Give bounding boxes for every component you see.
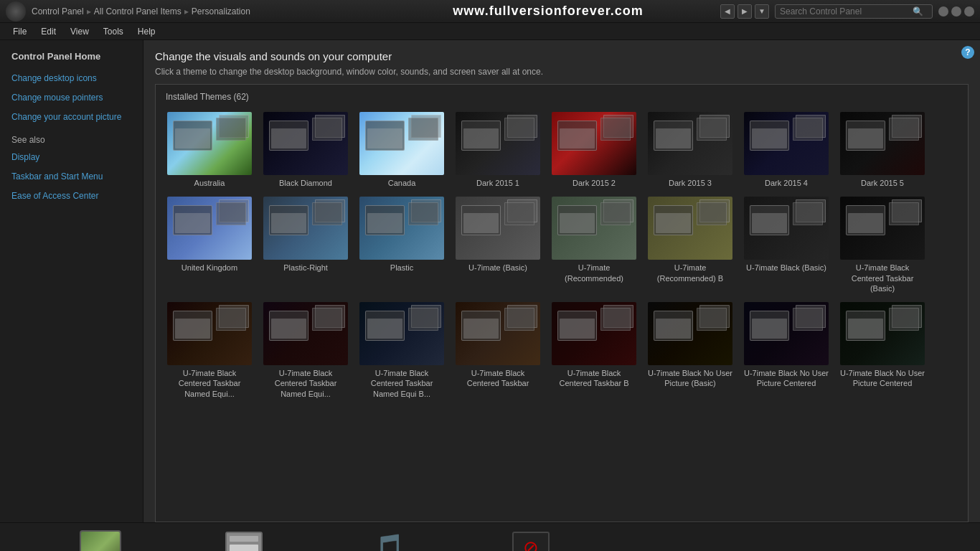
- nav-back-button[interactable]: ◀: [720, 4, 735, 19]
- app-logo: [6, 1, 26, 22]
- theme-name-label: United Kingdom: [166, 263, 253, 273]
- theme-name-label: U-7imate (Recommended) B: [646, 263, 734, 283]
- theme-name-label: Dark 2015 3: [646, 178, 734, 188]
- site-watermark: www.fullversionforever.com: [376, 4, 720, 19]
- theme-item[interactable]: Plastic-Right: [259, 194, 352, 296]
- theme-name-label: Australia: [166, 178, 253, 188]
- theme-name-label: U-7imate Black Centered Taskbar B: [550, 368, 638, 389]
- bottom-item-sounds[interactable]: 🎵SoundsWindows Default: [316, 527, 459, 552]
- sidebar-link-desktop-icons[interactable]: Change desktop icons: [0, 69, 143, 88]
- theme-name-label: Plastic: [358, 263, 446, 273]
- page-subtitle: Click a theme to change the desktop back…: [155, 67, 969, 77]
- theme-item[interactable]: U-7imate Black Centered Taskbar (Basic): [836, 194, 929, 296]
- nav-fwd-button[interactable]: ▶: [738, 4, 752, 19]
- themes-container[interactable]: Installed Themes (62) AustraliaBlack Dia…: [155, 84, 969, 522]
- menu-tools[interactable]: Tools: [96, 23, 131, 40]
- theme-item[interactable]: Dark 2015 1: [451, 109, 545, 191]
- menu-help[interactable]: Help: [131, 23, 163, 40]
- theme-item[interactable]: Dark 2015 5: [836, 109, 929, 191]
- theme-item[interactable]: U-7imate Black Centered Taskbar Named Eq…: [163, 299, 256, 402]
- theme-name-label: U-7imate (Basic): [454, 263, 542, 273]
- menu-view[interactable]: View: [63, 23, 96, 40]
- theme-name-label: Dark 2015 2: [550, 178, 638, 188]
- menu-bar: File Edit View Tools Help: [0, 23, 980, 40]
- theme-name-label: U-7imate Black Centered Taskbar (Basic): [839, 263, 926, 293]
- bottom-item-desktop-background[interactable]: Desktop Background1: [29, 527, 172, 552]
- bottom-icon-desktop-bg: [79, 527, 122, 552]
- search-icon: 🔍: [913, 6, 923, 17]
- search-box: 🔍: [775, 4, 933, 19]
- menu-file[interactable]: File: [6, 23, 34, 40]
- theme-name-label: U-7imate (Recommended): [550, 263, 638, 283]
- theme-name-label: Canada: [358, 178, 446, 188]
- theme-item[interactable]: Plastic: [355, 194, 448, 296]
- theme-name-label: U-7imate Black Centered Taskbar Named Eq…: [262, 368, 349, 399]
- theme-name-label: Dark 2015 5: [839, 178, 926, 188]
- sidebar-link-mouse-pointers[interactable]: Change mouse pointers: [0, 88, 143, 108]
- page-title: Change the visuals and sounds on your co…: [155, 50, 969, 62]
- theme-name-label: Dark 2015 1: [454, 178, 542, 188]
- bottom-item-screen-saver[interactable]: ⊘Screen SaverNone: [459, 527, 603, 552]
- content-area: ? Change the visuals and sounds on your …: [143, 40, 980, 522]
- theme-item[interactable]: U-7imate Black Centered Taskbar Named Eq…: [355, 299, 448, 402]
- theme-item[interactable]: U-7imate (Recommended): [547, 194, 641, 296]
- sidebar: Control Panel Home Change desktop icons …: [0, 40, 143, 522]
- window-controls: [938, 6, 974, 17]
- theme-name-label: U-7imate Black No User Picture Centered: [839, 368, 926, 389]
- breadcrumb-item-all[interactable]: All Control Panel Items: [94, 6, 182, 17]
- breadcrumb-item-personalization[interactable]: Personalization: [192, 6, 250, 17]
- breadcrumb: Control Panel ▸ All Control Panel Items …: [32, 6, 376, 17]
- bottom-icon-screen-saver: ⊘: [509, 527, 552, 552]
- theme-item[interactable]: Australia: [163, 109, 256, 191]
- menu-edit[interactable]: Edit: [34, 23, 63, 40]
- theme-item[interactable]: U-7imate Black (Basic): [740, 194, 833, 296]
- breadcrumb-item-cp[interactable]: Control Panel: [32, 6, 84, 17]
- nav-arrows: ◀ ▶ ▼: [720, 4, 769, 19]
- theme-name-label: U-7imate Black No User Picture Centered: [743, 368, 830, 389]
- theme-name-label: Dark 2015 4: [743, 178, 830, 188]
- breadcrumb-sep-2: ▸: [184, 6, 189, 17]
- theme-name-label: U-7imate Black Centered Taskbar Named Eq…: [358, 368, 446, 399]
- bottom-icon-sounds: 🎵: [366, 527, 409, 552]
- theme-item[interactable]: U-7imate (Recommended) B: [644, 194, 737, 296]
- close-button[interactable]: [964, 6, 974, 17]
- themes-grid: AustraliaBlack DiamondCanadaDark 2015 1D…: [163, 109, 961, 402]
- breadcrumb-sep-1: ▸: [87, 6, 91, 17]
- minimize-button[interactable]: [938, 6, 948, 17]
- bottom-item-window-color[interactable]: Window ColorCustom: [172, 527, 316, 552]
- theme-item[interactable]: U-7imate Black Centered Taskbar B: [547, 299, 641, 402]
- theme-item[interactable]: Canada: [355, 109, 448, 191]
- bottom-bar: Desktop Background1Window ColorCustom🎵So…: [0, 522, 980, 551]
- theme-name-label: U-7imate Black Centered Taskbar Named Eq…: [166, 368, 253, 399]
- title-bar: Control Panel ▸ All Control Panel Items …: [0, 0, 980, 23]
- theme-item[interactable]: U-7imate (Basic): [451, 194, 545, 296]
- theme-name-label: U-7imate Black No User Picture (Basic): [646, 368, 734, 389]
- sidebar-home[interactable]: Control Panel Home: [0, 47, 143, 69]
- search-input[interactable]: [780, 6, 913, 17]
- theme-item[interactable]: U-7imate Black No User Picture Centered: [740, 299, 833, 402]
- sidebar-link-taskbar[interactable]: Taskbar and Start Menu: [0, 167, 143, 187]
- theme-item[interactable]: United Kingdom: [163, 194, 256, 296]
- theme-name-label: U-7imate Black Centered Taskbar: [454, 368, 542, 389]
- theme-item[interactable]: Dark 2015 2: [547, 109, 641, 191]
- theme-item[interactable]: U-7imate Black Centered Taskbar Named Eq…: [259, 299, 352, 402]
- theme-name-label: Plastic-Right: [262, 263, 349, 273]
- theme-name-label: U-7imate Black (Basic): [743, 263, 830, 273]
- sidebar-link-account-picture[interactable]: Change your account picture: [0, 108, 143, 127]
- theme-name-label: Black Diamond: [262, 178, 349, 188]
- sidebar-link-display[interactable]: Display: [0, 148, 143, 167]
- theme-item[interactable]: Black Diamond: [259, 109, 352, 191]
- see-also-title: See also: [0, 126, 143, 148]
- main-layout: Control Panel Home Change desktop icons …: [0, 40, 980, 522]
- theme-item[interactable]: U-7imate Black No User Picture (Basic): [644, 299, 737, 402]
- bottom-icon-window-color: [222, 527, 265, 552]
- maximize-button[interactable]: [951, 6, 961, 17]
- theme-item[interactable]: U-7imate Black Centered Taskbar: [451, 299, 545, 402]
- theme-item[interactable]: Dark 2015 4: [740, 109, 833, 191]
- themes-header: Installed Themes (62): [163, 92, 961, 102]
- theme-item[interactable]: U-7imate Black No User Picture Centered: [836, 299, 929, 402]
- help-button[interactable]: ?: [961, 46, 974, 59]
- sidebar-link-ease-of-access[interactable]: Ease of Access Center: [0, 187, 143, 206]
- nav-down-button[interactable]: ▼: [755, 4, 769, 19]
- theme-item[interactable]: Dark 2015 3: [644, 109, 737, 191]
